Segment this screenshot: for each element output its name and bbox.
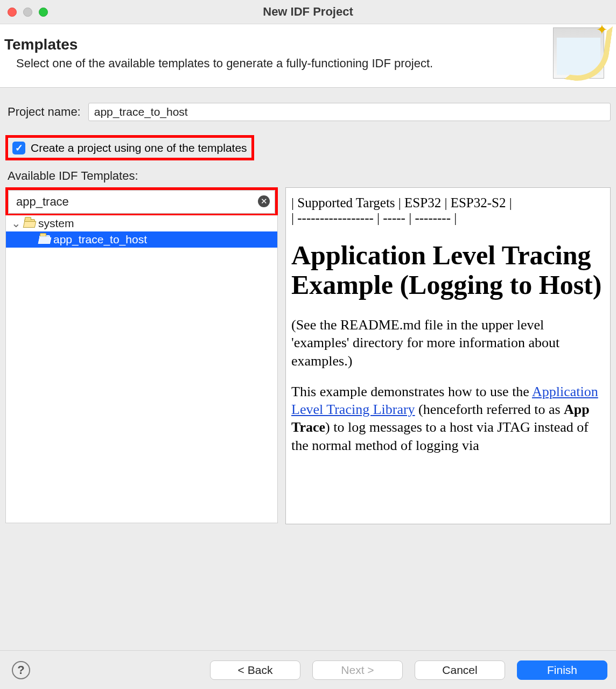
supported-targets-separator: | ----------------- | ----- | -------- |	[291, 210, 605, 226]
finish-button[interactable]: Finish	[517, 660, 607, 680]
use-template-label: Create a project using one of the templa…	[31, 142, 247, 154]
wizard-header: Templates Select one of the available te…	[0, 24, 616, 88]
back-button[interactable]: < Back	[210, 660, 300, 680]
preview-paragraph: This example demonstrates how to use the…	[291, 383, 605, 454]
tree-item-label: app_trace_to_host	[53, 233, 147, 246]
clear-search-icon[interactable]: ✕	[258, 195, 270, 207]
template-search-input[interactable]	[8, 190, 275, 214]
preview-paragraph: (See the README.md file in the upper lev…	[291, 316, 605, 370]
folder-open-icon	[39, 235, 50, 244]
supported-targets-line: | Supported Targets | ESP32 | ESP32-S2 |	[291, 195, 605, 210]
title-bar: New IDF Project	[0, 0, 616, 24]
help-button[interactable]: ?	[12, 661, 30, 679]
preview-heading: Application Level Tracing Example (Loggi…	[291, 241, 605, 300]
preview-text: ) to log messages to a host via JTAG ins…	[291, 419, 589, 453]
template-tree[interactable]: ⌄ system app_trace_to_host	[5, 215, 278, 523]
project-name-label: Project name:	[8, 105, 81, 119]
wizard-footer: ? < Back Next > Cancel Finish	[0, 650, 616, 689]
tree-item-app-trace-to-host[interactable]: app_trace_to_host	[6, 231, 277, 248]
project-name-row: Project name:	[8, 103, 611, 121]
wizard-banner-icon: ✦	[553, 27, 604, 79]
cancel-button[interactable]: Cancel	[415, 660, 505, 680]
template-preview-pane[interactable]: | Supported Targets | ESP32 | ESP32-S2 |…	[285, 187, 611, 524]
page-description: Select one of the available templates to…	[4, 57, 433, 71]
page-title: Templates	[4, 36, 433, 57]
tree-item-label: system	[38, 217, 74, 230]
available-templates-label: Available IDF Templates:	[8, 169, 611, 183]
next-button: Next >	[312, 660, 403, 680]
folder-open-icon	[24, 219, 35, 228]
use-template-highlight: ✓ Create a project using one of the temp…	[5, 135, 254, 160]
use-template-checkbox-row[interactable]: ✓ Create a project using one of the temp…	[12, 142, 247, 154]
project-name-input[interactable]	[88, 103, 611, 121]
use-template-checkbox[interactable]: ✓	[12, 142, 25, 154]
chevron-down-icon[interactable]: ⌄	[11, 217, 21, 230]
preview-text: (henceforth referred to as	[415, 402, 564, 417]
preview-text: This example demonstrates how to use the	[291, 384, 532, 399]
tree-item-system[interactable]: ⌄ system	[6, 215, 277, 231]
template-search-highlight: ✕	[5, 187, 278, 216]
window-title: New IDF Project	[0, 5, 616, 19]
sparkle-icon: ✦	[596, 22, 608, 38]
